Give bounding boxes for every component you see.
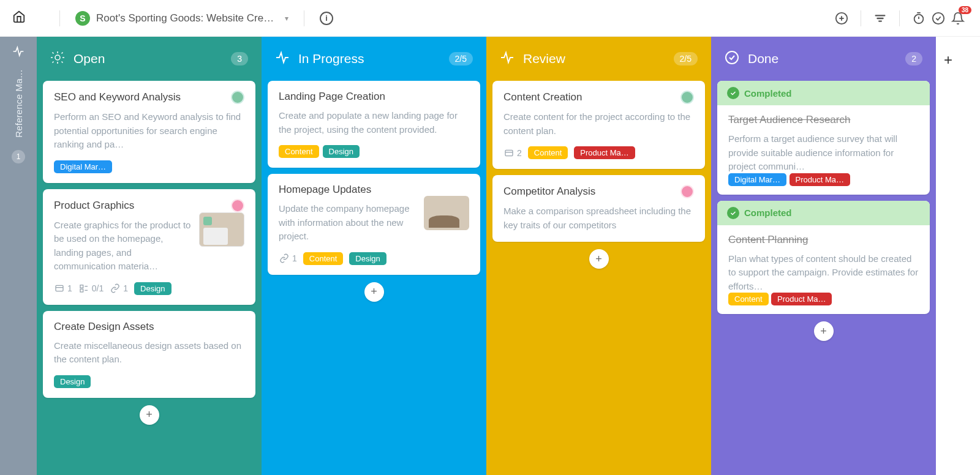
task-card[interactable]: Homepage Updates Update the company home… xyxy=(268,174,480,275)
column-in-progress: In Progress 2/5 Landing Page Creation Cr… xyxy=(262,37,486,475)
project-badge: S xyxy=(75,11,90,26)
card-description: Perform a target audience survey that wi… xyxy=(728,132,919,174)
check-icon xyxy=(727,87,739,99)
column-count: 3 xyxy=(231,52,248,65)
tag[interactable]: Product Ma… xyxy=(574,146,635,159)
column-title: Review xyxy=(523,51,565,66)
column-title: In Progress xyxy=(298,51,364,66)
pulse-icon xyxy=(12,45,24,61)
kanban-board: Open 3 SEO and Keyword Analysis Perform … xyxy=(37,37,980,475)
home-icon[interactable] xyxy=(12,10,26,27)
check-icon xyxy=(727,207,739,219)
avatar xyxy=(231,199,244,212)
card-title: Homepage Updates xyxy=(279,184,469,196)
card-meta: 2 Content Product Ma… xyxy=(503,146,694,159)
task-card[interactable]: Competitor Analysis Make a comparison sp… xyxy=(492,175,705,242)
svg-line-17 xyxy=(53,62,54,63)
avatar xyxy=(231,91,244,104)
card-title: Content Creation xyxy=(503,91,676,103)
notification-badge: 38 xyxy=(959,6,971,14)
tag[interactable]: Design xyxy=(54,375,91,388)
card-thumbnail xyxy=(424,196,469,230)
tag[interactable]: Design xyxy=(323,145,360,158)
svg-rect-25 xyxy=(505,150,513,155)
card-description: Make a comparison spreadsheet including … xyxy=(503,204,694,232)
card-description: Create content for the project according… xyxy=(503,110,694,138)
svg-line-18 xyxy=(62,62,63,63)
svg-rect-22 xyxy=(80,289,83,292)
column-review: Review 2/5 Content Creation Create conte… xyxy=(486,37,711,475)
svg-line-16 xyxy=(62,53,63,54)
divider xyxy=(899,10,900,26)
tag[interactable]: Digital Mar… xyxy=(54,160,112,173)
task-card[interactable]: Content Creation Create content for the … xyxy=(492,81,705,169)
svg-point-6 xyxy=(914,14,924,23)
add-card-button[interactable]: + xyxy=(814,321,834,341)
tag[interactable]: Design xyxy=(349,252,386,265)
add-card-button[interactable]: + xyxy=(140,405,159,425)
svg-point-27 xyxy=(726,51,738,64)
sidebar-label: Reference Ma… xyxy=(13,69,24,138)
tag[interactable]: Product Ma… xyxy=(790,173,850,186)
tag[interactable]: Design xyxy=(134,282,171,295)
divider xyxy=(59,10,60,26)
lightbulb-icon xyxy=(50,50,65,67)
column-done: Done 2 Completed Target Audience Researc… xyxy=(711,37,936,475)
check-icon[interactable] xyxy=(929,9,948,28)
notifications-icon[interactable]: 38 xyxy=(948,9,968,28)
column-open: Open 3 SEO and Keyword Analysis Perform … xyxy=(37,37,262,475)
task-card[interactable]: Landing Page Creation Create and populat… xyxy=(268,81,480,168)
column-header[interactable]: Review 2/5 xyxy=(486,37,711,81)
card-description: Create and populate a new landing page f… xyxy=(279,109,469,137)
column-count: 2 xyxy=(905,52,922,65)
add-card-button[interactable]: + xyxy=(364,282,384,302)
card-description: Create miscellaneous design assets based… xyxy=(54,339,244,367)
completed-banner: Completed xyxy=(717,201,930,225)
tag[interactable]: Content xyxy=(528,146,568,159)
chevron-down-icon: ▾ xyxy=(285,14,288,23)
task-card-done[interactable]: Completed Target Audience Research Perfo… xyxy=(717,81,930,195)
svg-rect-21 xyxy=(80,285,83,288)
filter-icon[interactable] xyxy=(870,9,890,28)
divider xyxy=(304,10,304,26)
sidebar-references[interactable]: Reference Ma… 1 xyxy=(0,37,37,475)
add-column-button[interactable]: + xyxy=(936,37,960,475)
topbar-actions: 38 xyxy=(832,9,968,28)
column-body: Landing Page Creation Create and populat… xyxy=(262,81,486,475)
info-icon[interactable]: i xyxy=(320,12,333,25)
column-title: Done xyxy=(748,51,778,66)
column-header[interactable]: In Progress 2/5 xyxy=(262,37,486,81)
timer-icon[interactable] xyxy=(909,9,929,28)
card-thumbnail xyxy=(199,212,244,247)
svg-point-9 xyxy=(933,12,944,23)
main: Reference Ma… 1 Open 3 SEO and Keyword A… xyxy=(0,37,980,475)
column-header[interactable]: Done 2 xyxy=(711,37,936,81)
project-selector[interactable]: S Root's Sporting Goods: Website Cre… ▾ xyxy=(75,11,288,26)
tag[interactable]: Content xyxy=(279,145,319,158)
tag[interactable]: Content xyxy=(728,293,769,305)
check-circle-icon xyxy=(725,50,739,67)
card-title: Product Graphics xyxy=(54,200,226,212)
card-meta: 1 Content Design xyxy=(279,252,469,265)
task-card[interactable]: Product Graphics Create graphics for the… xyxy=(43,189,255,305)
column-body: Completed Target Audience Research Perfo… xyxy=(711,81,936,475)
column-count: 2/5 xyxy=(674,52,698,65)
task-card[interactable]: SEO and Keyword Analysis Perform an SEO … xyxy=(43,81,255,183)
avatar xyxy=(680,185,694,198)
add-card-button[interactable]: + xyxy=(589,249,609,269)
card-description: Plan what types of content should be cre… xyxy=(728,252,919,294)
svg-point-10 xyxy=(55,55,60,60)
task-card-done[interactable]: Completed Content Planning Plan what typ… xyxy=(717,201,930,315)
task-card[interactable]: Create Design Assets Create miscellaneou… xyxy=(43,311,255,398)
column-title: Open xyxy=(74,51,105,66)
card-description: Update the company homepage with informa… xyxy=(279,202,418,244)
topbar: S Root's Sporting Goods: Website Cre… ▾ … xyxy=(0,0,980,37)
card-title: Target Audience Research xyxy=(728,114,919,126)
tag[interactable]: Content xyxy=(303,252,344,265)
add-icon[interactable] xyxy=(832,9,851,28)
tag[interactable]: Digital Mar… xyxy=(728,173,786,186)
column-header[interactable]: Open 3 xyxy=(37,37,262,81)
tag[interactable]: Product Ma… xyxy=(771,293,832,305)
card-title: Landing Page Creation xyxy=(279,91,469,103)
card-title: Content Planning xyxy=(728,234,919,246)
